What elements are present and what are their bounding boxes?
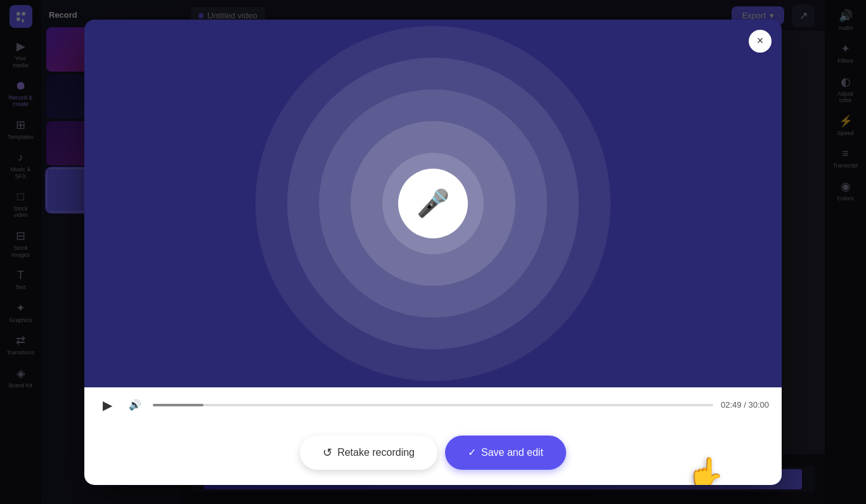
mic-icon: 🎤	[417, 188, 449, 219]
save-label: Save and edit	[481, 447, 543, 458]
microphone-button: 🎤	[398, 169, 468, 238]
recording-visual: 🎤	[84, 20, 782, 387]
recording-modal: × 🎤 ▶ 🔊 02:49	[84, 20, 782, 485]
modal-overlay: × 🎤 ▶ 🔊 02:49	[0, 0, 866, 504]
save-and-edit-button[interactable]: ✓ Save and edit	[445, 436, 566, 470]
retake-label: Retake recording	[337, 447, 415, 458]
close-icon: ×	[757, 34, 764, 48]
modal-close-button[interactable]: ×	[749, 30, 772, 53]
cursor-hand: 👆	[687, 456, 725, 485]
progress-bar[interactable]	[153, 404, 713, 406]
player-controls: ▶ 🔊 02:49 / 30:00	[84, 387, 782, 423]
retake-recording-button[interactable]: ↺ Retake recording	[300, 436, 437, 470]
retake-icon: ↺	[323, 446, 332, 460]
volume-button[interactable]: 🔊	[125, 395, 145, 415]
current-time: 02:49	[721, 400, 742, 410]
play-button[interactable]: ▶	[97, 395, 117, 415]
time-display: 02:49 / 30:00	[721, 400, 769, 410]
play-icon: ▶	[103, 397, 112, 413]
total-time: 30:00	[748, 400, 769, 410]
progress-fill	[153, 404, 204, 406]
volume-icon: 🔊	[129, 399, 141, 411]
action-buttons-area: ↺ Retake recording ✓ Save and edit 👆	[84, 423, 782, 485]
check-icon: ✓	[468, 446, 476, 458]
